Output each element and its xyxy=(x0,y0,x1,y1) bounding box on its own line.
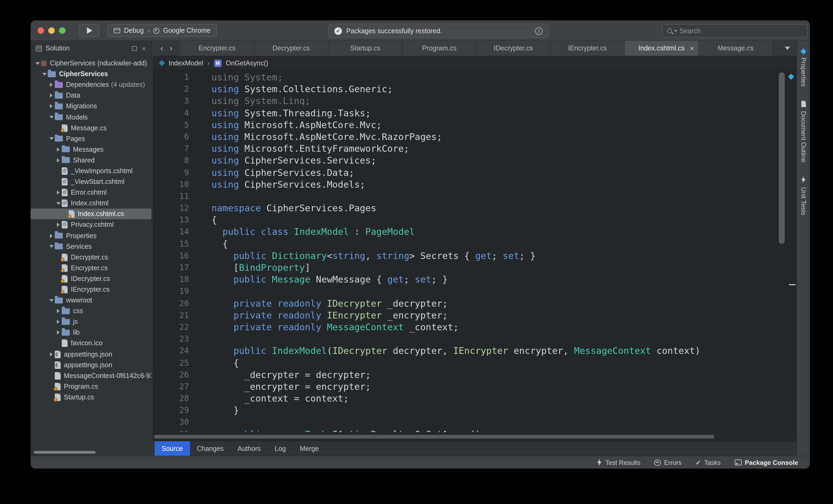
cs-icon xyxy=(62,253,68,261)
tabbar: ‹ › Encrypter.csDecrypter.csStartup.csPr… xyxy=(152,41,796,56)
tab-label: Index.cshtml.cs xyxy=(638,45,685,52)
chevron-right-icon[interactable] xyxy=(55,158,62,162)
tab-idecrypter-cs[interactable]: IDecrypter.cs xyxy=(477,41,551,56)
tree-item-viewstart-cshtml[interactable]: _ViewStart.cshtml xyxy=(30,176,151,187)
run-button[interactable] xyxy=(79,24,99,37)
tree-item-wwwroot[interactable]: wwwroot xyxy=(30,295,151,306)
statusbar-test-results[interactable]: Test Results xyxy=(597,459,641,466)
tree-item-startup-cs[interactable]: Startup.cs xyxy=(30,392,151,403)
tree-item-index-cshtml[interactable]: Index.cshtml xyxy=(30,198,151,208)
tab-decrypter-cs[interactable]: Decrypter.cs xyxy=(255,41,329,56)
tree-item-dependencies[interactable]: Dependencies(4 updates) xyxy=(30,79,151,90)
dock-pad-icon[interactable] xyxy=(132,46,137,51)
chevron-right-icon[interactable] xyxy=(55,190,62,195)
tab-message-cs[interactable]: Message.cs xyxy=(699,41,773,56)
breadcrumb-class[interactable]: IndexModel xyxy=(169,59,203,67)
tab-index-cshtml-cs[interactable]: Index.cshtml.cs× xyxy=(625,41,699,56)
tree-item-privacy-cshtml[interactable]: Privacy.cshtml xyxy=(30,220,151,230)
tree-item-appsettings-json[interactable]: appsettings.json xyxy=(30,359,151,370)
rail-item-properties[interactable]: Properties xyxy=(800,49,807,86)
vertical-scrollbar[interactable] xyxy=(779,72,785,244)
tree-item-shared[interactable]: Shared xyxy=(30,155,151,166)
close-window-button[interactable] xyxy=(38,27,44,34)
chevron-right-icon[interactable] xyxy=(48,82,55,87)
tree-item-iencrypter-cs[interactable]: IEncrypter.cs xyxy=(30,284,151,295)
tree-item-messagecontext-0f6142c6-939d[interactable]: MessageContext-0f6142c6-939d- xyxy=(30,370,151,381)
tab-label: Startup.cs xyxy=(350,45,381,52)
forward-button[interactable]: › xyxy=(170,44,172,53)
tree-item-idecrypter-cs[interactable]: IDecrypter.cs xyxy=(30,273,151,284)
search-input[interactable] xyxy=(680,27,803,34)
chevron-down-icon[interactable] xyxy=(48,116,55,119)
tab-iencrypter-cs[interactable]: IEncrypter.cs xyxy=(551,41,625,56)
rail-item-document-outline[interactable]: Document Outline xyxy=(800,101,807,162)
tab-startup-cs[interactable]: Startup.cs xyxy=(329,41,403,56)
breadcrumb-member[interactable]: OnGetAsync() xyxy=(226,59,268,67)
tree-item-migrations[interactable]: Migrations xyxy=(30,101,151,112)
chevron-down-icon[interactable] xyxy=(48,299,55,302)
run-configuration-selector[interactable]: Debug › Google Chrome xyxy=(108,24,217,37)
tab-program-cs[interactable]: Program.cs xyxy=(403,41,477,56)
chevron-down-icon[interactable] xyxy=(48,245,55,248)
tree-item-decrypter-cs[interactable]: Decrypter.cs xyxy=(30,252,151,262)
tree-item-label: Services xyxy=(66,243,92,250)
chevron-right-icon[interactable] xyxy=(48,104,55,108)
chevron-right-icon[interactable] xyxy=(55,147,62,152)
chevron-down-icon[interactable] xyxy=(34,62,41,65)
tree-item-viewimports-cshtml[interactable]: _ViewImports.cshtml xyxy=(30,166,151,176)
statusbar-package-console[interactable]: Package Console xyxy=(735,459,798,466)
zoom-window-button[interactable] xyxy=(59,27,66,34)
tree-item-css[interactable]: css xyxy=(30,306,151,316)
chevron-right-icon[interactable] xyxy=(55,223,62,227)
tab-overflow-button[interactable] xyxy=(778,41,796,56)
chevron-right-icon[interactable] xyxy=(55,331,62,335)
tree-item-label: Index.cshtml.cs xyxy=(78,210,124,218)
tree-item-label: Properties xyxy=(66,232,97,240)
chevron-right-icon[interactable] xyxy=(48,94,55,98)
code-editor[interactable]: 1234567891011121314151617181920212223242… xyxy=(152,70,796,432)
search-scope-caret-icon[interactable] xyxy=(674,30,677,32)
tree-item-favicon-ico[interactable]: favicon.ico xyxy=(30,338,151,349)
tree-item-messages[interactable]: Messages xyxy=(30,144,151,155)
tree-item-cipherservices-nduckwiler-add[interactable]: CipherServices (nduckwiler-add) xyxy=(30,58,151,69)
tab-encrypter-cs[interactable]: Encrypter.cs xyxy=(180,41,255,56)
cshtml-icon xyxy=(62,221,68,229)
tree-item-error-cshtml[interactable]: Error.cshtml xyxy=(30,187,151,198)
statusbar-tasks[interactable]: ✓Tasks xyxy=(696,459,721,466)
tree-item-index-cshtml-cs[interactable]: Index.cshtml.cs xyxy=(30,209,151,220)
sidebar-horizontal-scrollbar[interactable] xyxy=(34,451,96,454)
chevron-right-icon[interactable] xyxy=(55,309,62,313)
chevron-down-icon[interactable] xyxy=(48,137,55,140)
tree-item-message-cs[interactable]: Message.cs xyxy=(30,123,151,133)
tree-item-properties[interactable]: Properties xyxy=(30,230,151,241)
bottom-tab-source[interactable]: Source xyxy=(154,441,190,456)
statusbar-errors[interactable]: Errors xyxy=(654,459,681,466)
file-icon xyxy=(55,372,61,380)
horizontal-scrollbar[interactable] xyxy=(154,435,714,438)
tree-item-models[interactable]: Models xyxy=(30,112,151,123)
close-icon[interactable]: × xyxy=(690,45,694,52)
tree-item-cipherservices[interactable]: CipherServices xyxy=(30,69,151,79)
tree-item-pages[interactable]: Pages xyxy=(30,133,151,144)
tree-item-appsettings-json[interactable]: appsettings.json xyxy=(30,349,151,359)
tree-item-services[interactable]: Services xyxy=(30,241,151,252)
chevron-right-icon[interactable] xyxy=(48,233,55,238)
tree-item-program-cs[interactable]: Program.cs xyxy=(30,381,151,392)
close-pad-icon[interactable]: × xyxy=(142,45,146,52)
bottom-tab-authors[interactable]: Authors xyxy=(231,441,267,456)
tree-item-encrypter-cs[interactable]: Encrypter.cs xyxy=(30,263,151,273)
tree-item-js[interactable]: js xyxy=(30,317,151,327)
chevron-right-icon[interactable] xyxy=(55,320,62,324)
back-button[interactable]: ‹ xyxy=(160,44,163,53)
bottom-tab-merge[interactable]: Merge xyxy=(293,441,326,456)
tree-item-lib[interactable]: lib xyxy=(30,327,151,338)
bottom-tab-changes[interactable]: Changes xyxy=(190,441,231,456)
minimize-window-button[interactable] xyxy=(48,27,55,34)
bottom-tab-log[interactable]: Log xyxy=(268,441,293,456)
chevron-down-icon[interactable] xyxy=(41,73,48,75)
rail-item-unit-tests[interactable]: Unit Tests xyxy=(800,176,807,215)
tree-item-data[interactable]: Data xyxy=(30,90,151,101)
chevron-right-icon[interactable] xyxy=(48,352,55,356)
chevron-down-icon[interactable] xyxy=(55,202,62,205)
info-icon[interactable]: i xyxy=(535,27,543,34)
